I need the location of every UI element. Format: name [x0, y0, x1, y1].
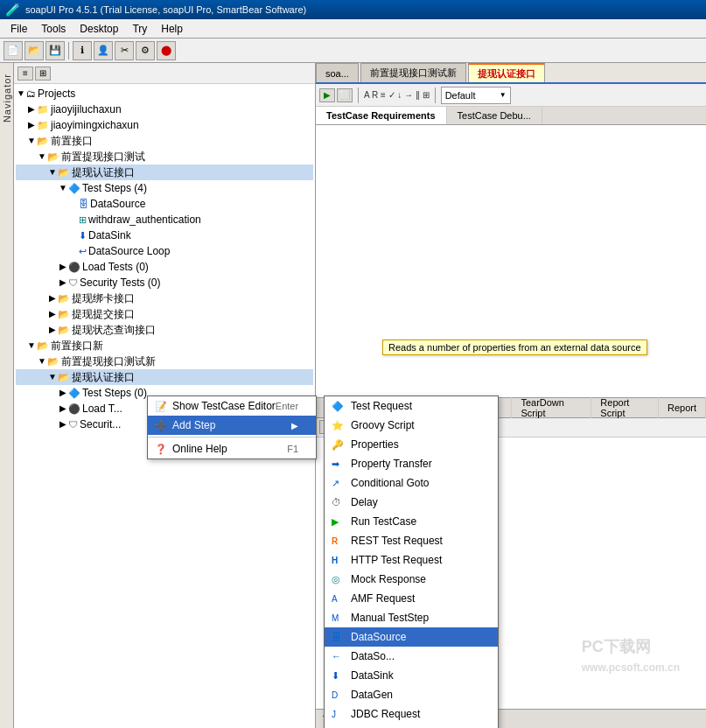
submenu-groovy-script[interactable]: ⭐ Groovy Script — [325, 416, 498, 435]
expand-loadtests[interactable]: ▶ — [58, 262, 68, 272]
expand-securitytests[interactable]: ▶ — [58, 277, 68, 288]
tab-testcase-req[interactable]: TestCase Requirements — [316, 107, 447, 124]
submenu-jdbc-request[interactable]: J JDBC Request — [325, 704, 498, 724]
menu-help[interactable]: Help — [154, 19, 190, 38]
submenu-properties[interactable]: 🔑 Properties — [325, 435, 498, 454]
label-datasource: DataSource — [90, 198, 145, 210]
context-menu-add-step[interactable]: ➕ Add Step — [148, 416, 316, 435]
expand-qianzhi-new[interactable]: ▼ — [37, 356, 47, 367]
tab-qianzhi-new-label: 前置提现接口测试新 — [370, 66, 457, 80]
settings-button[interactable]: ⚙ — [136, 41, 155, 60]
expand-jiaoyiji[interactable]: ▶ — [26, 104, 37, 115]
tab-tixian[interactable]: 提现认证接口 — [468, 63, 545, 82]
submenu-datasource-label: DataSource — [351, 631, 406, 643]
tree-node-withdraw[interactable]: ⊞ withdraw_authentication — [16, 212, 313, 228]
expand-securit[interactable]: ▶ — [58, 419, 68, 430]
tree-node-tixianzhuangtai[interactable]: ▶ 📂 提现状态查询接口 — [16, 322, 313, 338]
expand-datasourceloop[interactable] — [68, 246, 79, 256]
submenu-amf-request[interactable]: A AMF Request — [325, 589, 498, 608]
expand-qianzhixin[interactable]: ▼ — [26, 340, 37, 351]
open-button[interactable]: 📂 — [24, 41, 44, 60]
expand-teststeps0[interactable]: ▶ — [58, 388, 68, 398]
expand-qianzhitian[interactable]: ▼ — [37, 151, 47, 162]
bottom-tab-report[interactable]: Report — [659, 397, 706, 418]
icon-loadt: ⚫ — [68, 403, 80, 415]
tree-node-tixianrenzhen[interactable]: ▼ 📂 提现认证接口 — [16, 164, 313, 180]
new-button[interactable]: 📄 — [3, 41, 23, 60]
menu-tools[interactable]: Tools — [34, 19, 73, 38]
context-menu-add-step-label: Add Step — [172, 419, 215, 431]
tree-node-jiaoyiji[interactable]: ▶ 📁 jiaoyijiluchaxun — [16, 102, 313, 117]
submenu-property-transfer[interactable]: ➡ Property Transfer — [325, 454, 498, 473]
step-btn[interactable]: ⬜ — [337, 88, 353, 102]
tree-node-qianzhi[interactable]: ▼ 📂 前置接口 — [16, 133, 313, 149]
bottom-tab-teardown[interactable]: TearDown Script — [512, 397, 591, 418]
submenu-http-test-request[interactable]: H HTTP Test Request — [325, 550, 498, 570]
submenu-datasource-loop[interactable]: ← DataSo... — [325, 647, 498, 666]
user-button[interactable]: 👤 — [94, 41, 113, 60]
submenu-datagen[interactable]: D DataGen — [325, 685, 498, 704]
tree-node-securitytests[interactable]: ▶ 🛡 Security Tests (0) — [16, 275, 313, 290]
expand-teststeps4[interactable]: ▼ — [58, 183, 68, 193]
submenu-delay[interactable]: ⏱ Delay — [325, 493, 498, 512]
label-tibanka: 提现绑卡接口 — [72, 291, 135, 306]
menu-file[interactable]: File — [3, 19, 34, 38]
scissors-button[interactable]: ✂ — [115, 41, 134, 60]
menu-try[interactable]: Try — [125, 19, 154, 38]
tree-node-qianzhi-new[interactable]: ▼ 📂 前置提现接口测试新 — [16, 354, 313, 369]
run-button[interactable]: ⬤ — [157, 41, 176, 60]
tree-node-projects[interactable]: ▼ 🗂 Projects — [16, 86, 313, 102]
submenu-rest-test-request[interactable]: R REST Test Request — [325, 531, 498, 550]
submenu-assertion-teststep[interactable]: ! Assertion TestStep — [325, 724, 498, 728]
expand-projects[interactable]: ▼ — [16, 88, 26, 99]
icon-tibanka: 📂 — [58, 293, 70, 304]
tree-node-tixianti[interactable]: ▶ 📂 提现提交接口 — [16, 306, 313, 322]
submenu-conditional-goto[interactable]: ↗ Conditional Goto — [325, 473, 498, 493]
info-button[interactable]: ℹ — [73, 41, 92, 60]
context-menu-online-help[interactable]: ❓ Online Help F1 — [148, 439, 316, 458]
tree-node-qianzhixin[interactable]: ▼ 📂 前置接口新 — [16, 338, 313, 354]
submenu-datasource[interactable]: 🗄 DataSource — [325, 627, 498, 647]
expand-qianzhi[interactable]: ▼ — [26, 136, 37, 146]
expand-tixianrenzhen[interactable]: ▼ — [47, 167, 58, 178]
expand-datasink[interactable] — [68, 230, 79, 241]
expand-tixianti[interactable]: ▶ — [47, 309, 58, 319]
expand-tixianzhuangtai[interactable]: ▶ — [47, 325, 58, 335]
conditional-goto-icon: ↗ — [332, 478, 346, 489]
tree-expand-btn[interactable]: ⊞ — [35, 66, 51, 80]
label-qianzhixin: 前置接口新 — [51, 339, 103, 354]
expand-loadt[interactable]: ▶ — [58, 403, 68, 414]
tab-testcase-debug[interactable]: TestCase Debu... — [447, 107, 542, 124]
submenu-datasink[interactable]: ⬇ DataSink — [325, 666, 498, 685]
save-button[interactable]: 💾 — [45, 41, 65, 60]
default-dropdown[interactable]: Default ▼ — [441, 87, 511, 104]
tree-node-qianzhitian[interactable]: ▼ 📂 前置提现接口测试 — [16, 149, 313, 164]
run-test-btn[interactable]: ▶ — [319, 88, 335, 102]
submenu-manual-teststep[interactable]: M Manual TestStep — [325, 608, 498, 627]
tab-soa[interactable]: soa... — [316, 63, 359, 82]
submenu-run-testcase[interactable]: ▶ Run TestCase — [325, 512, 498, 531]
tree-node-jiaoyimingxi[interactable]: ▶ 📁 jiaoyimingxichaxun — [16, 117, 313, 133]
expand-jiaoyimingxi[interactable]: ▶ — [26, 120, 37, 130]
navigator-panel: Navigator — [0, 63, 14, 728]
submenu-mock-response[interactable]: ◎ Mock Response — [325, 570, 498, 589]
context-menu-show-editor[interactable]: 📝 Show TestCase Editor Enter — [148, 396, 316, 416]
expand-datasource[interactable] — [68, 199, 79, 209]
icon-datasource: 🗄 — [79, 199, 88, 209]
tree-node-teststeps4[interactable]: ▼ 🔷 Test Steps (4) — [16, 180, 313, 196]
menu-desktop[interactable]: Desktop — [73, 19, 125, 38]
expand-tixian-new[interactable]: ▼ — [47, 372, 58, 382]
tree-node-datasink[interactable]: ⬇ DataSink — [16, 228, 313, 243]
expand-withdraw[interactable] — [68, 214, 79, 225]
tree-node-datasource[interactable]: 🗄 DataSource — [16, 196, 313, 212]
expand-tibanka[interactable]: ▶ — [47, 293, 58, 304]
tree-node-tixian-new[interactable]: ▼ 📂 提现认证接口 — [16, 369, 313, 385]
tree-node-tibanka[interactable]: ▶ 📂 提现绑卡接口 — [16, 290, 313, 306]
bottom-tab-report-script[interactable]: Report Script — [591, 397, 659, 418]
tree-node-datasourceloop[interactable]: ↩ DataSource Loop — [16, 243, 313, 259]
datasource-menu-icon: 🗄 — [332, 632, 346, 642]
tab-qianzhi-new[interactable]: 前置提现接口测试新 — [360, 63, 466, 82]
tree-node-loadtests[interactable]: ▶ ⚫ Load Tests (0) — [16, 259, 313, 275]
tree-collapse-btn[interactable]: ≡ — [17, 66, 33, 80]
submenu-test-request[interactable]: 🔷 Test Request — [325, 396, 498, 416]
